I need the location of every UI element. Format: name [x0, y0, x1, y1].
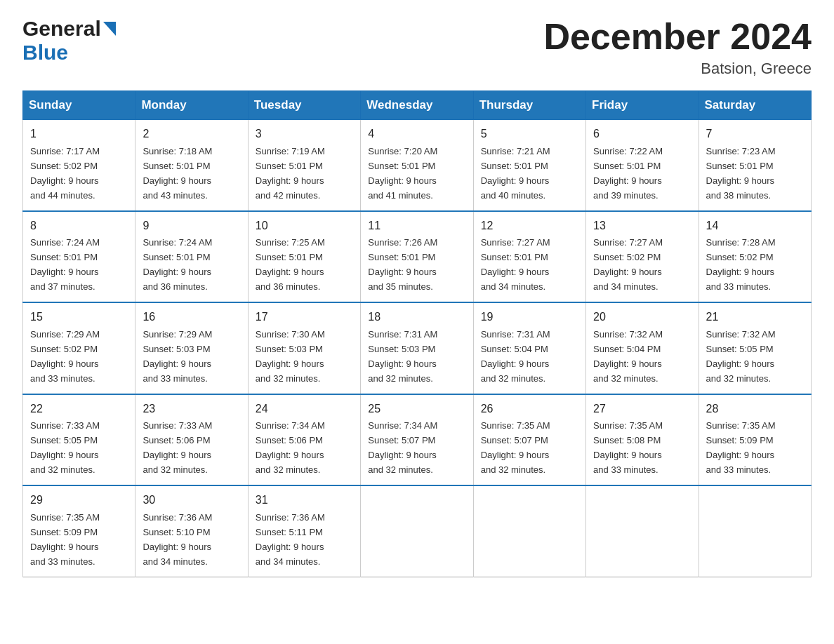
day-number: 31 [256, 492, 353, 509]
logo-blue-text: Blue [22, 41, 68, 65]
day-number: 24 [256, 401, 353, 418]
calendar-cell: 7Sunrise: 7:23 AMSunset: 5:01 PMDaylight… [699, 120, 811, 211]
day-info: Sunrise: 7:28 AMSunset: 5:02 PMDaylight:… [706, 237, 776, 292]
logo: General Blue [22, 17, 116, 65]
calendar-cell: 10Sunrise: 7:25 AMSunset: 5:01 PMDayligh… [248, 211, 360, 302]
day-number: 14 [706, 217, 804, 235]
calendar-cell: 22Sunrise: 7:33 AMSunset: 5:05 PMDayligh… [23, 394, 135, 485]
day-info: Sunrise: 7:34 AMSunset: 5:07 PMDaylight:… [368, 420, 437, 475]
calendar-cell: 14Sunrise: 7:28 AMSunset: 5:02 PMDayligh… [699, 211, 811, 302]
day-number: 30 [143, 492, 240, 509]
day-info: Sunrise: 7:31 AMSunset: 5:03 PMDaylight:… [368, 329, 437, 384]
day-info: Sunrise: 7:32 AMSunset: 5:04 PMDaylight:… [593, 329, 663, 384]
col-header-friday: Friday [586, 91, 699, 120]
month-title: December 2024 [543, 17, 812, 57]
calendar-cell: 5Sunrise: 7:21 AMSunset: 5:01 PMDaylight… [473, 120, 585, 211]
calendar-cell: 20Sunrise: 7:32 AMSunset: 5:04 PMDayligh… [586, 302, 699, 394]
day-info: Sunrise: 7:34 AMSunset: 5:06 PMDaylight:… [256, 420, 325, 475]
calendar-cell: 30Sunrise: 7:36 AMSunset: 5:10 PMDayligh… [135, 485, 248, 577]
calendar-week-1: 1Sunrise: 7:17 AMSunset: 5:02 PMDaylight… [23, 120, 812, 211]
calendar-table: SundayMondayTuesdayWednesdayThursdayFrid… [22, 90, 812, 577]
day-info: Sunrise: 7:35 AMSunset: 5:09 PMDaylight:… [30, 512, 100, 567]
calendar-cell: 19Sunrise: 7:31 AMSunset: 5:04 PMDayligh… [473, 302, 585, 394]
day-number: 15 [30, 309, 128, 326]
day-number: 9 [143, 217, 240, 235]
day-number: 7 [706, 126, 804, 143]
logo-triangle-icon [103, 22, 116, 39]
day-info: Sunrise: 7:19 AMSunset: 5:01 PMDaylight:… [256, 146, 325, 201]
calendar-cell: 15Sunrise: 7:29 AMSunset: 5:02 PMDayligh… [23, 302, 135, 394]
day-number: 16 [143, 309, 240, 326]
calendar-cell [473, 485, 585, 577]
title-block: December 2024 Batsion, Greece [543, 17, 812, 78]
calendar-cell: 2Sunrise: 7:18 AMSunset: 5:01 PMDaylight… [135, 120, 248, 211]
day-number: 8 [30, 217, 128, 235]
day-info: Sunrise: 7:30 AMSunset: 5:03 PMDaylight:… [256, 329, 325, 384]
col-header-thursday: Thursday [473, 91, 585, 120]
day-number: 1 [30, 126, 128, 143]
day-number: 26 [481, 401, 578, 418]
calendar-cell [699, 485, 811, 577]
day-info: Sunrise: 7:35 AMSunset: 5:09 PMDaylight:… [706, 420, 776, 475]
calendar-cell: 12Sunrise: 7:27 AMSunset: 5:01 PMDayligh… [473, 211, 585, 302]
calendar-cell: 31Sunrise: 7:36 AMSunset: 5:11 PMDayligh… [248, 485, 360, 577]
calendar-cell [361, 485, 473, 577]
col-header-wednesday: Wednesday [361, 91, 473, 120]
day-info: Sunrise: 7:29 AMSunset: 5:03 PMDaylight:… [143, 329, 212, 384]
day-info: Sunrise: 7:24 AMSunset: 5:01 PMDaylight:… [30, 237, 100, 292]
day-info: Sunrise: 7:33 AMSunset: 5:06 PMDaylight:… [143, 420, 212, 475]
calendar-cell: 8Sunrise: 7:24 AMSunset: 5:01 PMDaylight… [23, 211, 135, 302]
calendar-cell: 4Sunrise: 7:20 AMSunset: 5:01 PMDaylight… [361, 120, 473, 211]
calendar-week-4: 22Sunrise: 7:33 AMSunset: 5:05 PMDayligh… [23, 394, 812, 485]
col-header-saturday: Saturday [699, 91, 811, 120]
day-info: Sunrise: 7:32 AMSunset: 5:05 PMDaylight:… [706, 329, 776, 384]
day-number: 5 [481, 126, 578, 143]
calendar-cell: 27Sunrise: 7:35 AMSunset: 5:08 PMDayligh… [586, 394, 699, 485]
calendar-cell: 6Sunrise: 7:22 AMSunset: 5:01 PMDaylight… [586, 120, 699, 211]
calendar-cell: 16Sunrise: 7:29 AMSunset: 5:03 PMDayligh… [135, 302, 248, 394]
day-number: 17 [256, 309, 353, 326]
col-header-sunday: Sunday [23, 91, 135, 120]
day-number: 28 [706, 401, 804, 418]
calendar-cell [586, 485, 699, 577]
day-info: Sunrise: 7:36 AMSunset: 5:10 PMDaylight:… [143, 512, 212, 567]
day-info: Sunrise: 7:17 AMSunset: 5:02 PMDaylight:… [30, 146, 100, 201]
day-number: 27 [593, 401, 691, 418]
day-info: Sunrise: 7:25 AMSunset: 5:01 PMDaylight:… [256, 237, 325, 292]
day-info: Sunrise: 7:23 AMSunset: 5:01 PMDaylight:… [706, 146, 776, 201]
day-number: 6 [593, 126, 691, 143]
day-info: Sunrise: 7:24 AMSunset: 5:01 PMDaylight:… [143, 237, 212, 292]
calendar-cell: 21Sunrise: 7:32 AMSunset: 5:05 PMDayligh… [699, 302, 811, 394]
col-header-monday: Monday [135, 91, 248, 120]
day-number: 21 [706, 309, 804, 326]
day-number: 12 [481, 217, 578, 235]
calendar-cell: 13Sunrise: 7:27 AMSunset: 5:02 PMDayligh… [586, 211, 699, 302]
calendar-week-3: 15Sunrise: 7:29 AMSunset: 5:02 PMDayligh… [23, 302, 812, 394]
calendar-header-row: SundayMondayTuesdayWednesdayThursdayFrid… [23, 91, 812, 120]
day-info: Sunrise: 7:27 AMSunset: 5:02 PMDaylight:… [593, 237, 663, 292]
day-info: Sunrise: 7:22 AMSunset: 5:01 PMDaylight:… [593, 146, 663, 201]
day-info: Sunrise: 7:36 AMSunset: 5:11 PMDaylight:… [256, 512, 325, 567]
day-info: Sunrise: 7:26 AMSunset: 5:01 PMDaylight:… [368, 237, 437, 292]
day-number: 10 [256, 217, 353, 235]
day-number: 22 [30, 401, 128, 418]
location-title: Batsion, Greece [543, 60, 812, 78]
day-number: 20 [593, 309, 691, 326]
calendar-cell: 25Sunrise: 7:34 AMSunset: 5:07 PMDayligh… [361, 394, 473, 485]
day-number: 13 [593, 217, 691, 235]
calendar-cell: 28Sunrise: 7:35 AMSunset: 5:09 PMDayligh… [699, 394, 811, 485]
day-number: 4 [368, 126, 465, 143]
calendar-week-2: 8Sunrise: 7:24 AMSunset: 5:01 PMDaylight… [23, 211, 812, 302]
calendar-cell: 9Sunrise: 7:24 AMSunset: 5:01 PMDaylight… [135, 211, 248, 302]
day-number: 25 [368, 401, 465, 418]
calendar-cell: 11Sunrise: 7:26 AMSunset: 5:01 PMDayligh… [361, 211, 473, 302]
calendar-cell: 23Sunrise: 7:33 AMSunset: 5:06 PMDayligh… [135, 394, 248, 485]
day-number: 23 [143, 401, 240, 418]
day-number: 2 [143, 126, 240, 143]
calendar-cell: 24Sunrise: 7:34 AMSunset: 5:06 PMDayligh… [248, 394, 360, 485]
logo-general-text: General [22, 17, 101, 41]
day-info: Sunrise: 7:21 AMSunset: 5:01 PMDaylight:… [481, 146, 550, 201]
day-info: Sunrise: 7:35 AMSunset: 5:08 PMDaylight:… [593, 420, 663, 475]
calendar-cell: 29Sunrise: 7:35 AMSunset: 5:09 PMDayligh… [23, 485, 135, 577]
day-info: Sunrise: 7:18 AMSunset: 5:01 PMDaylight:… [143, 146, 212, 201]
